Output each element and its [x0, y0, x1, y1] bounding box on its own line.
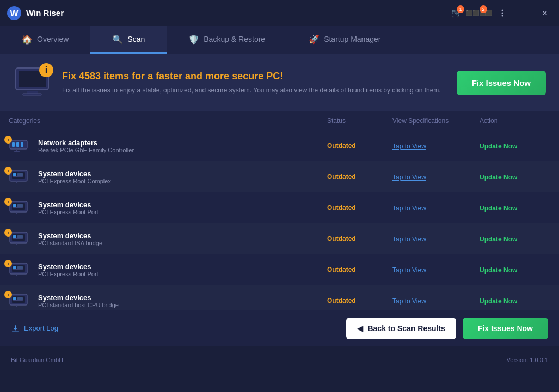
svg-rect-40 [13, 269, 23, 270]
back-chevron-icon: ◀ [357, 324, 363, 333]
tap-to-view-link[interactable]: Tap to View [392, 297, 426, 305]
export-log-button[interactable]: Export Log [11, 324, 58, 333]
version-text: Version: 1.0.0.1 [507, 357, 548, 363]
row-name-wrap: i Network adapters Realtek PCIe GbE Fami… [9, 137, 327, 154]
row-device: PCI Express Root Complex [34, 178, 111, 184]
footer: Bit Guardian GmbH Version: 1.0.0.1 [0, 346, 559, 373]
col-view-specs: View Specifications [392, 117, 480, 125]
svg-rect-28 [14, 214, 20, 214]
close-button[interactable]: ✕ [537, 5, 552, 21]
device-icon-wrap: i [9, 292, 28, 309]
publisher-text: Bit Guardian GmbH [11, 357, 63, 363]
status-badge: Outdated [327, 204, 392, 211]
svg-rect-45 [13, 297, 16, 300]
notification-icon-2[interactable]: ⬛⬛⬛⬛ 2 [471, 4, 488, 22]
svg-rect-11 [16, 142, 19, 147]
update-now-link[interactable]: Update Now [480, 266, 517, 274]
action-bar: Export Log ◀ Back to Scan Results Fix Is… [0, 310, 559, 346]
update-now-link[interactable]: Update Now [480, 235, 517, 243]
row-category: System devices [34, 263, 99, 271]
tap-to-view-link[interactable]: Tap to View [392, 266, 426, 274]
tab-scan[interactable]: 🔍 Scan [90, 26, 167, 54]
title-bar-controls: 🛒 1 ⬛⬛⬛⬛ 2 — ✕ [448, 4, 552, 22]
tap-to-view-link[interactable]: Tap to View [392, 173, 426, 181]
svg-rect-57 [12, 331, 19, 332]
main-content: i Fix 4583 items for a faster and more s… [0, 54, 559, 392]
row-text: Network adapters Realtek PCIe GbE Family… [34, 139, 134, 153]
tap-to-view-link[interactable]: Tap to View [392, 204, 426, 212]
svg-point-3 [502, 12, 503, 14]
row-category: System devices [34, 232, 102, 240]
tab-overview[interactable]: 🏠 Overview [0, 26, 90, 54]
device-icon-wrap: i [9, 230, 28, 247]
svg-rect-20 [16, 181, 17, 183]
table-row: i System devices PCI standard ISA bridge… [0, 223, 559, 254]
update-now-link[interactable]: Update Now [480, 173, 517, 181]
update-now-link[interactable]: Update Now [480, 297, 517, 305]
info-badge: i [4, 260, 12, 267]
table-row: i System devices PCI Express Root Port O… [0, 254, 559, 285]
table-body: i Network adapters Realtek PCIe GbE Fami… [0, 130, 559, 310]
table-row: i System devices PCI standard host CPU b… [0, 285, 559, 310]
status-badge: Outdated [327, 297, 392, 304]
svg-rect-48 [16, 305, 17, 307]
row-category: System devices [34, 201, 99, 209]
row-device: Realtek PCIe GbE Family Controller [34, 147, 134, 153]
tap-to-view-link[interactable]: Tap to View [392, 142, 426, 150]
svg-rect-31 [13, 235, 16, 238]
row-device: PCI standard host CPU bridge [34, 302, 119, 308]
app-title: Win Riser [26, 8, 448, 17]
row-text: System devices PCI Express Root Port [34, 201, 99, 215]
svg-rect-14 [14, 151, 20, 152]
svg-rect-47 [13, 300, 23, 301]
col-categories: Categories [9, 117, 327, 125]
fix-issues-main-button[interactable]: Fix Issues Now [463, 318, 548, 339]
svg-rect-12 [21, 142, 23, 147]
update-now-link[interactable]: Update Now [480, 142, 517, 150]
status-badge: Outdated [327, 235, 392, 242]
svg-point-2 [502, 9, 503, 11]
startup-icon: 🚀 [309, 34, 320, 45]
row-category: System devices [34, 170, 111, 178]
svg-rect-33 [13, 238, 23, 239]
app-logo: W [7, 5, 22, 21]
row-device: PCI Express Root Port [34, 271, 99, 277]
badge-1: 1 [457, 5, 464, 13]
status-badge: Outdated [327, 173, 392, 181]
svg-rect-26 [13, 207, 23, 208]
info-badge: i [4, 198, 12, 206]
svg-rect-39 [17, 266, 23, 269]
table-row: i System devices PCI Express Root Port O… [0, 192, 559, 223]
update-now-link[interactable]: Update Now [480, 204, 517, 212]
action-bar-right: ◀ Back to Scan Results Fix Issues Now [346, 318, 548, 339]
notification-icon-1[interactable]: 🛒 1 [448, 4, 465, 22]
tap-to-view-link[interactable]: Tap to View [392, 235, 426, 243]
row-text: System devices PCI Express Root Complex [34, 170, 111, 184]
device-icon-wrap: i [9, 261, 28, 278]
back-button-label: Back to Scan Results [367, 324, 445, 333]
row-name-wrap: i System devices PCI standard ISA bridge [9, 230, 327, 247]
info-badge: i [4, 136, 12, 144]
svg-rect-34 [16, 243, 17, 245]
table-header: Categories Status View Specifications Ac… [0, 111, 559, 130]
fix-issues-button[interactable]: Fix Issues Now [457, 71, 546, 95]
row-name-wrap: i System devices PCI standard host CPU b… [9, 292, 327, 309]
svg-rect-32 [17, 235, 23, 238]
row-name-wrap: i System devices PCI Express Root Port [9, 261, 327, 278]
status-badge: Outdated [327, 266, 392, 273]
minimize-button[interactable]: — [517, 5, 532, 21]
svg-rect-17 [13, 173, 16, 176]
svg-rect-19 [13, 176, 23, 177]
status-badge: Outdated [327, 142, 392, 150]
svg-rect-10 [12, 142, 15, 147]
tab-backup[interactable]: 🛡️ Backup & Restore [167, 26, 287, 54]
svg-rect-46 [17, 297, 23, 300]
svg-rect-27 [16, 212, 17, 214]
back-to-scan-results-button[interactable]: ◀ Back to Scan Results [346, 318, 456, 339]
tab-startup[interactable]: 🚀 Startup Manager [287, 26, 402, 54]
row-name-wrap: i System devices PCI Express Root Comple… [9, 168, 327, 185]
banner: i Fix 4583 items for a faster and more s… [0, 54, 559, 111]
menu-icon[interactable] [494, 4, 511, 22]
table-row: i System devices PCI Express Root Comple… [0, 161, 559, 192]
svg-rect-49 [14, 307, 20, 307]
